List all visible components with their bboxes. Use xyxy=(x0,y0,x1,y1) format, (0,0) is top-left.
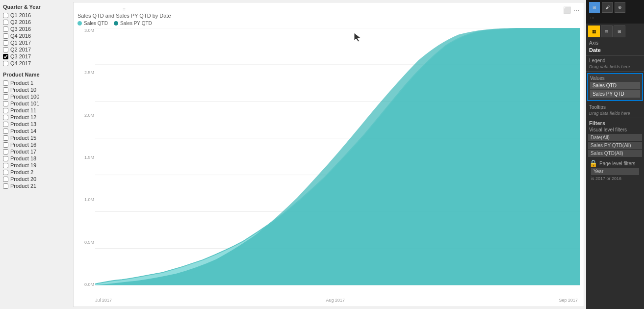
left-filter-panel: Quarter & Year Q1 2016Q2 2016Q3 2016Q4 2… xyxy=(0,0,71,309)
product-filter-label: Product 13 xyxy=(10,121,36,127)
chart-svg-wrapper: 3.0M2.5M2.0M1.5M1.0M0.5M0.0M xyxy=(77,28,580,297)
quarter-filter-item[interactable]: Q3 2016 xyxy=(3,26,68,32)
legend-item: Sales PY QTD xyxy=(114,21,152,26)
analytics-icon[interactable]: ⊕ xyxy=(615,2,625,13)
legend-drag-hint: Drag data fields here xyxy=(589,64,641,69)
y-axis-label: 1.5M xyxy=(77,155,95,160)
product-filter-item[interactable]: Product 18 xyxy=(3,155,68,162)
table-icon[interactable]: ⊞ xyxy=(589,2,600,13)
more-dots[interactable]: ··· xyxy=(589,14,641,22)
page-filters-row: 🔒 Page level filters xyxy=(589,159,641,167)
product-filter-label: Product 11 xyxy=(10,107,36,113)
product-filter-label: Product 2 xyxy=(10,169,33,175)
product-filter-label: Product 17 xyxy=(10,149,36,154)
quarter-filter-item[interactable]: Q2 2016 xyxy=(3,19,68,26)
tooltips-section: Tooltips Drag data fields here xyxy=(586,103,644,118)
year-filter-sub: is 2017 or 2016 xyxy=(589,176,641,181)
y-axis-label: 3.0M xyxy=(77,28,95,33)
value-pill[interactable]: Sales QTD xyxy=(590,82,640,89)
values-label: Values xyxy=(590,76,640,81)
product-filter-item[interactable]: Product 20 xyxy=(3,176,68,182)
viz-bar-icon[interactable]: ▦ xyxy=(588,26,600,37)
right-panel: ⊞ 🖌 ⊕ ··· ▦ ≋ ⊞ Axis Date Legend Drag da… xyxy=(586,0,644,309)
axis-value[interactable]: Date xyxy=(589,47,641,53)
product-filter-label: Product 12 xyxy=(10,114,36,120)
tooltips-drag-hint: Drag data fields here xyxy=(589,111,641,116)
chart-svg xyxy=(95,28,580,287)
y-axis-label: 0.5M xyxy=(77,240,95,245)
product-filter-item[interactable]: Product 17 xyxy=(3,148,68,155)
legend-section: Legend Drag data fields here xyxy=(586,56,644,72)
quarter-filter-label: Q2 2017 xyxy=(10,47,31,52)
y-axis-label: 0.0M xyxy=(77,282,95,287)
product-filter-label: Product 15 xyxy=(10,135,36,141)
product-filter-item[interactable]: Product 10 xyxy=(3,86,68,93)
y-axis-label: 1.0M xyxy=(77,197,95,202)
product-filter-item[interactable]: Product 2 xyxy=(3,169,68,176)
product-filter-item[interactable]: Product 100 xyxy=(3,93,68,100)
product-filter-label: Product 21 xyxy=(10,183,36,189)
product-filter-item[interactable]: Product 21 xyxy=(3,182,68,189)
icon-row-1: ⊞ 🖌 ⊕ xyxy=(589,2,641,13)
product-filter-item[interactable]: Product 14 xyxy=(3,128,68,134)
paint-icon[interactable]: 🖌 xyxy=(602,2,613,13)
viz-line-icon[interactable]: ≋ xyxy=(601,26,613,37)
product-section-title: Product Name xyxy=(3,72,68,77)
x-axis-label: Sep 2017 xyxy=(559,298,578,303)
chart-title: Sales QTD and Sales PY QTD by Date xyxy=(77,13,171,19)
quarter-filter-item[interactable]: Q4 2016 xyxy=(3,32,68,39)
tooltips-label: Tooltips xyxy=(589,104,641,110)
quarter-filter-item[interactable]: Q1 2017 xyxy=(3,39,68,46)
filter-pill[interactable]: Sales QTD(All) xyxy=(588,150,642,157)
chart-actions: ⬜ ··· xyxy=(563,6,580,14)
quarter-filter-item[interactable]: Q2 2017 xyxy=(3,46,68,53)
more-options-icon[interactable]: ··· xyxy=(574,7,580,13)
legend-dot xyxy=(114,21,118,26)
quarter-filter-item[interactable]: Q3 2017 xyxy=(3,53,68,60)
value-pill[interactable]: Sales PY QTD xyxy=(590,90,640,98)
filter-pill[interactable]: Sales PY QTD(All) xyxy=(588,142,642,149)
values-section: Values Sales QTDSales PY QTD xyxy=(587,73,643,101)
product-filter-item[interactable]: Product 13 xyxy=(3,121,68,128)
filter-pill[interactable]: Date(All) xyxy=(588,134,642,141)
product-filter-item[interactable]: Product 11 xyxy=(3,107,68,114)
visual-filters-label: Visual level filters xyxy=(586,127,644,133)
product-filter-item[interactable]: Product 101 xyxy=(3,100,68,107)
product-filter-item[interactable]: Product 12 xyxy=(3,114,68,121)
product-filter-item[interactable]: Product 16 xyxy=(3,141,68,148)
quarter-section-title: Quarter & Year xyxy=(3,4,68,10)
axis-label: Axis xyxy=(589,40,641,46)
product-filter-item[interactable]: Product 1 xyxy=(3,79,68,86)
quarter-filter-item[interactable]: Q1 2016 xyxy=(3,12,68,19)
product-filter-item[interactable]: Product 15 xyxy=(3,134,68,141)
product-filter-label: Product 100 xyxy=(10,94,39,100)
quarter-filter-label: Q4 2016 xyxy=(10,33,31,39)
chart-container: ≡ Sales QTD and Sales PY QTD by Date ⬜ ·… xyxy=(73,2,584,307)
page-filters-section: 🔒 Page level filters Year is 2017 or 201… xyxy=(586,157,644,183)
expand-icon[interactable]: ⬜ xyxy=(563,6,571,14)
product-filter-label: Product 101 xyxy=(10,101,39,106)
y-axis-labels: 3.0M2.5M2.0M1.5M1.0M0.5M0.0M xyxy=(77,28,95,287)
viz-table-icon[interactable]: ⊞ xyxy=(614,26,625,37)
legend-item-label: Sales PY QTD xyxy=(120,21,152,26)
year-filter-pill[interactable]: Year xyxy=(591,168,639,175)
quarter-filter-label: Q3 2017 xyxy=(10,53,31,59)
quarter-filter-item[interactable]: Q4 2017 xyxy=(3,60,68,67)
legend-item: Sales QTD xyxy=(77,21,108,26)
quarter-filter-label: Q4 2017 xyxy=(10,60,31,66)
product-filter-label: Product 1 xyxy=(10,80,33,86)
y-axis-label: 2.5M xyxy=(77,70,95,75)
x-axis-label: Aug 2017 xyxy=(326,298,345,303)
product-filter-label: Product 20 xyxy=(10,176,36,182)
product-filter-label: Product 14 xyxy=(10,128,36,134)
viz-icons-row: ▦ ≋ ⊞ xyxy=(586,24,644,38)
product-filter-label: Product 16 xyxy=(10,142,36,148)
legend-item-label: Sales QTD xyxy=(84,21,108,26)
main-area: ≡ Sales QTD and Sales PY QTD by Date ⬜ ·… xyxy=(71,0,586,309)
chart-header: ≡ Sales QTD and Sales PY QTD by Date ⬜ ·… xyxy=(77,6,580,19)
quarter-filter-label: Q1 2017 xyxy=(10,40,31,46)
top-icons-area: ⊞ 🖌 ⊕ ··· xyxy=(586,0,644,24)
quarter-filter-label: Q1 2016 xyxy=(10,12,31,18)
legend-label: Legend xyxy=(589,58,641,63)
product-filter-item[interactable]: Product 19 xyxy=(3,162,68,169)
